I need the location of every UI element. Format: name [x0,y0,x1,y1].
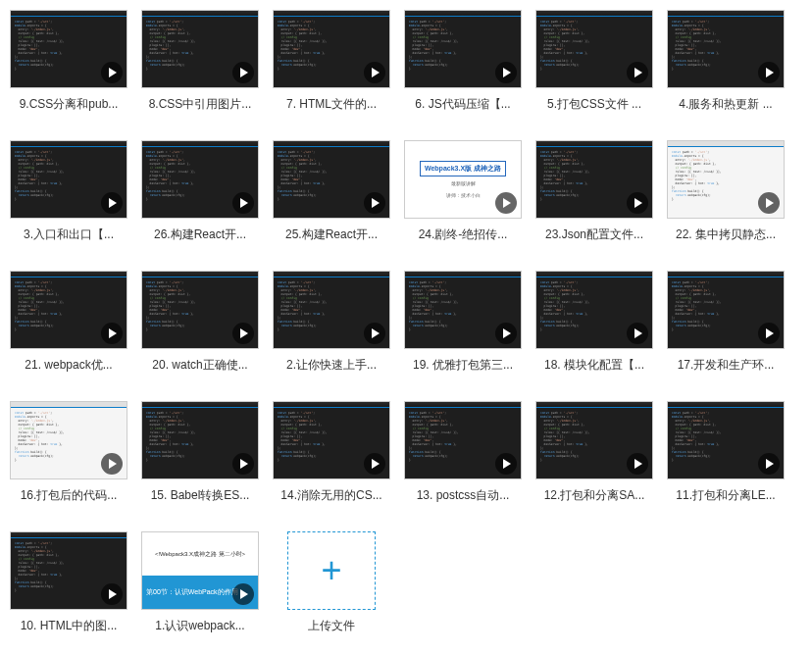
video-label: 16.打包后的代码... [10,487,127,504]
video-thumbnail[interactable]: const path = './src';module.exports = { … [667,10,785,88]
play-icon[interactable] [364,62,385,83]
video-thumbnail[interactable]: const path = './src';module.exports = { … [10,271,127,349]
play-icon[interactable] [627,323,648,344]
video-item[interactable]: const path = './src';module.exports = { … [667,140,785,243]
video-item[interactable]: const path = './src';module.exports = { … [535,10,653,113]
play-icon[interactable] [101,192,123,214]
video-item[interactable]: const path = './src';module.exports = { … [273,10,390,113]
video-thumbnail[interactable]: const path = './src';module.exports = { … [404,10,522,88]
video-item[interactable]: const path = './src';module.exports = { … [273,271,390,374]
play-icon[interactable] [364,192,385,214]
video-thumbnail[interactable]: const path = './src';module.exports = { … [273,140,390,219]
play-icon[interactable] [758,62,780,83]
video-item[interactable]: const path = './src';module.exports = { … [667,401,785,504]
video-item[interactable]: const path = './src';module.exports = { … [535,271,653,374]
video-thumbnail[interactable]: const path = './src';module.exports = { … [667,271,785,349]
play-icon[interactable] [101,453,123,475]
upload-button[interactable]: + [287,531,376,610]
play-icon[interactable] [495,192,517,214]
video-label: 5.打包CSS文件 ... [535,96,653,113]
video-thumbnail[interactable]: const path = './src';module.exports = { … [535,271,653,349]
video-item[interactable]: const path = './src';module.exports = { … [10,531,127,634]
video-thumbnail[interactable]: const path = './src';module.exports = { … [273,10,390,88]
video-item[interactable]: <!Webpack3.X成神之路 第二小时>第00节：认识WebPack的作用1… [141,531,259,634]
play-icon[interactable] [758,323,780,344]
play-icon[interactable] [101,62,123,83]
video-item[interactable]: const path = './src';module.exports = { … [404,271,522,374]
play-icon[interactable] [758,453,780,475]
video-item[interactable]: const path = './src';module.exports = { … [141,140,259,243]
video-label: 1.认识webpack... [141,618,259,634]
video-thumbnail[interactable]: const path = './src';module.exports = { … [10,10,127,88]
play-icon[interactable] [232,583,254,605]
video-item[interactable]: const path = './src';module.exports = { … [141,10,259,113]
video-label: 22. 集中拷贝静态... [667,226,785,243]
play-icon[interactable] [495,62,517,83]
video-thumbnail[interactable]: const path = './src';module.exports = { … [10,140,127,219]
upload-label: 上传文件 [308,618,355,634]
play-icon[interactable] [232,453,254,475]
play-icon[interactable] [364,453,385,475]
play-icon[interactable] [232,323,254,344]
video-thumbnail[interactable]: const path = './src';module.exports = { … [141,401,259,479]
video-label: 13. postcss自动... [404,487,522,504]
play-icon[interactable] [101,583,123,605]
video-thumbnail[interactable]: const path = './src';module.exports = { … [667,401,785,479]
video-item[interactable]: const path = './src';module.exports = { … [10,10,127,113]
video-item[interactable]: const path = './src';module.exports = { … [404,401,522,504]
play-icon[interactable] [627,192,648,214]
video-thumbnail[interactable]: const path = './src';module.exports = { … [141,271,259,349]
video-label: 24.剧终-绝招传... [404,226,522,243]
video-label: 10. HTML中的图... [10,618,127,634]
play-icon[interactable] [758,192,780,214]
video-thumbnail[interactable]: const path = './src';module.exports = { … [535,140,653,219]
upload-item: +上传文件 [273,531,390,634]
video-label: 12.打包和分离SA... [535,487,653,504]
video-label: 6. JS代码压缩【... [404,96,522,113]
play-icon[interactable] [627,62,648,83]
video-label: 19. 优雅打包第三... [404,357,522,374]
video-item[interactable]: const path = './src';module.exports = { … [273,140,390,243]
video-thumbnail[interactable]: const path = './src';module.exports = { … [404,271,522,349]
video-label: 21. webpack优... [10,357,127,374]
video-thumbnail[interactable]: const path = './src';module.exports = { … [535,10,653,88]
video-thumbnail[interactable]: const path = './src';module.exports = { … [141,140,259,219]
video-item[interactable]: const path = './src';module.exports = { … [535,140,653,243]
video-thumbnail[interactable]: <!Webpack3.X成神之路 第二小时>第00节：认识WebPack的作用 [141,531,259,610]
video-thumbnail[interactable]: const path = './src';module.exports = { … [10,531,127,610]
play-icon[interactable] [364,323,385,344]
video-thumbnail[interactable]: Webpack3.X版 成神之路最新版讲解讲师：技术小白 [404,140,522,219]
video-thumbnail[interactable]: const path = './src';module.exports = { … [273,401,390,479]
video-item[interactable]: const path = './src';module.exports = { … [535,401,653,504]
video-item[interactable]: const path = './src';module.exports = { … [404,10,522,113]
video-label: 26.构建React开... [141,226,259,243]
video-item[interactable]: const path = './src';module.exports = { … [10,401,127,504]
video-thumbnail[interactable]: const path = './src';module.exports = { … [141,10,259,88]
video-item[interactable]: const path = './src';module.exports = { … [10,140,127,243]
video-label: 7. HTML文件的... [273,96,390,113]
video-thumbnail[interactable]: const path = './src';module.exports = { … [273,271,390,349]
play-icon[interactable] [101,323,123,344]
video-item[interactable]: const path = './src';module.exports = { … [141,401,259,504]
play-icon[interactable] [495,323,517,344]
video-label: 2.让你快速上手... [273,357,390,374]
video-label: 25.构建React开... [273,226,390,243]
play-icon[interactable] [495,453,517,475]
play-icon[interactable] [232,192,254,214]
video-label: 4.服务和热更新 ... [667,96,785,113]
video-thumbnail[interactable]: const path = './src';module.exports = { … [10,401,127,479]
video-item[interactable]: Webpack3.X版 成神之路最新版讲解讲师：技术小白24.剧终-绝招传... [404,140,522,243]
play-icon[interactable] [627,453,648,475]
video-item[interactable]: const path = './src';module.exports = { … [273,401,390,504]
video-thumbnail[interactable]: const path = './src';module.exports = { … [667,140,785,219]
video-thumbnail[interactable]: const path = './src';module.exports = { … [535,401,653,479]
play-icon[interactable] [232,62,254,83]
video-item[interactable]: const path = './src';module.exports = { … [667,10,785,113]
video-item[interactable]: const path = './src';module.exports = { … [141,271,259,374]
video-thumbnail[interactable]: const path = './src';module.exports = { … [404,401,522,479]
video-item[interactable]: const path = './src';module.exports = { … [667,271,785,374]
video-label: 14.消除无用的CS... [273,487,390,504]
intro-title: Webpack3.X版 成神之路 [420,161,506,176]
video-item[interactable]: const path = './src';module.exports = { … [10,271,127,374]
video-label: 11.打包和分离LE... [667,487,785,504]
